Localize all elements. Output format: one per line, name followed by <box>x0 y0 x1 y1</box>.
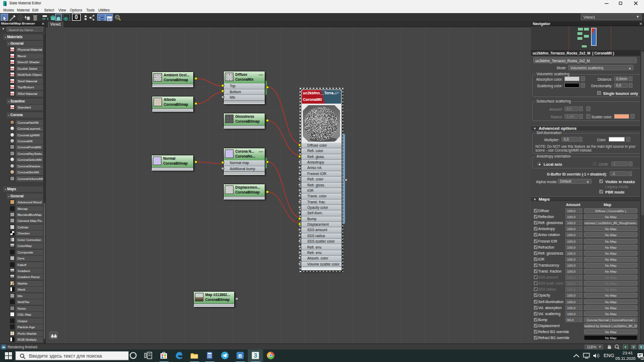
svg-text:2: 2 <box>641 357 643 360</box>
svg-text:B: B <box>238 353 242 359</box>
svg-text:3: 3 <box>254 352 257 359</box>
